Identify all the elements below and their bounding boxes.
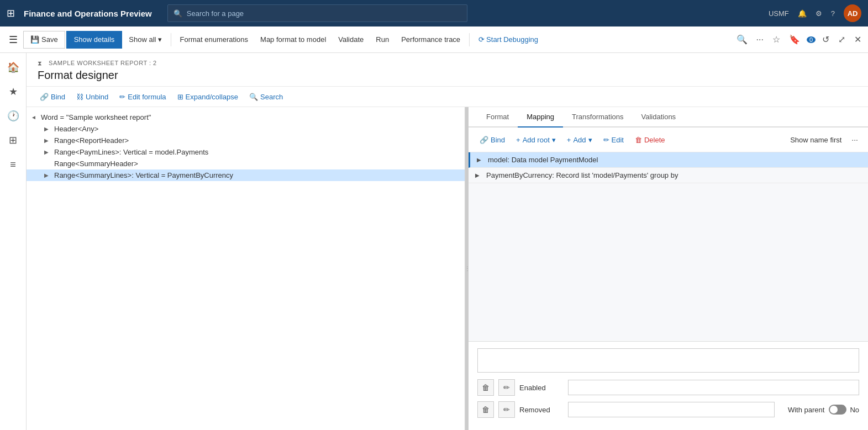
top-nav-bar: ⊞ Finance and Operations Preview 🔍 Searc… [0, 0, 868, 26]
expand-icon: ▶ [475, 172, 483, 178]
content-area: ⧗ SAMPLE WORKSHEET REPORT : 2 Format des… [27, 53, 868, 430]
expand-icon[interactable]: ⤢ [836, 32, 848, 47]
enabled-edit-button[interactable]: ✏ [498, 379, 515, 396]
link-icon: 🔗 [480, 136, 488, 144]
expand-icon: ⊞ [177, 93, 183, 101]
tab-bar: Format Mapping Transformations Validatio… [469, 107, 868, 128]
expand-icon: ▶ [44, 172, 52, 178]
global-search-bar[interactable]: 🔍 Search for a page [167, 4, 467, 22]
tab-transformations[interactable]: Transformations [563, 107, 632, 128]
performance-trace-button[interactable]: Performance trace [396, 31, 466, 49]
search-icon: 🔍 [249, 93, 258, 101]
search-button[interactable]: 🔍 Search [245, 89, 287, 104]
show-details-button[interactable]: Show details [66, 31, 123, 49]
enabled-field-row: 🗑 ✏ Enabled [477, 379, 859, 396]
removed-delete-button[interactable]: 🗑 [477, 401, 494, 418]
main-content: 🏠 ★ 🕐 ⊞ ≡ ⧗ SAMPLE WORKSHEET REPORT : 2 … [0, 53, 868, 430]
tree-item-header[interactable]: ▶ Header<Any> [27, 123, 465, 135]
toggle-circle[interactable] [829, 405, 846, 415]
app-grid-icon[interactable]: ⊞ [7, 7, 15, 19]
action-bar-right-icons: 🔍 ··· ☆ 🔖 0 ↺ ⤢ ✕ [734, 32, 864, 47]
bottom-panel: 🗑 ✏ Enabled 🗑 ✏ Removed With parent [469, 341, 868, 430]
model-row-payment-by-currency[interactable]: ▶ PaymentByCurrency: Record list 'model/… [469, 168, 868, 183]
add-icon: + [516, 136, 520, 144]
format-enumerations-button[interactable]: Format enumerations [175, 31, 254, 49]
app-title: Finance and Operations Preview [24, 9, 152, 18]
favorites-icon[interactable]: ☆ [770, 32, 782, 47]
sidebar-item-list[interactable]: ≡ [3, 155, 23, 174]
validate-button[interactable]: Validate [333, 31, 369, 49]
sidebar-item-favorites[interactable]: ★ [3, 82, 23, 102]
debug-icon: ⟳ [478, 35, 485, 44]
nav-right-section: USMF 🔔 ⚙ ? AD [769, 4, 861, 22]
chevron-down-icon: ▾ [158, 35, 162, 44]
with-parent-toggle[interactable]: No [829, 405, 859, 415]
model-row-payment-model[interactable]: ▶ model: Data model PaymentModel [469, 152, 868, 168]
filter-icon[interactable]: ⧗ [38, 60, 43, 66]
notifications-icon[interactable]: 🔖 [787, 32, 802, 47]
run-button[interactable]: Run [370, 31, 394, 49]
sidebar-item-recent[interactable]: 🕐 [3, 106, 23, 126]
mapping-pane: Format Mapping Transformations Validatio… [469, 107, 868, 430]
tab-format[interactable]: Format [477, 107, 518, 128]
action-divider-2 [469, 33, 470, 46]
add-button[interactable]: + Add ▾ [562, 132, 597, 147]
menu-hamburger-icon[interactable]: ☰ [4, 31, 22, 48]
user-avatar[interactable]: AD [844, 4, 861, 22]
mapping-toolbar: 🔗 Bind + Add root ▾ + Add ▾ ✏ [469, 128, 868, 152]
edit-button[interactable]: ✏ Edit [599, 132, 628, 147]
expand-icon: ▶ [477, 157, 485, 163]
help-icon[interactable]: ? [831, 9, 835, 18]
trash-icon: 🗑 [635, 136, 642, 144]
enabled-delete-button[interactable]: 🗑 [477, 379, 494, 396]
start-debugging-button[interactable]: ⟳ Start Debugging [473, 31, 544, 49]
mapping-bind-button[interactable]: 🔗 Bind [475, 132, 509, 147]
chevron-down-icon: ▾ [552, 136, 556, 144]
removed-edit-button[interactable]: ✏ [498, 401, 515, 418]
expand-collapse-button[interactable]: ⊞ Expand/collapse [173, 89, 243, 104]
unbind-button[interactable]: ⛓ Unbind [72, 89, 113, 104]
expand-icon: ▶ [44, 137, 52, 144]
show-all-button[interactable]: Show all ▾ [123, 31, 167, 49]
toggle-label: No [850, 406, 859, 414]
removed-input[interactable] [568, 402, 775, 417]
more-options-button[interactable]: ··· [848, 133, 861, 146]
settings-icon[interactable]: ⚙ [816, 9, 822, 18]
edit-formula-button[interactable]: ✏ Edit formula [115, 89, 170, 104]
format-toolbar: 🔗 Bind ⛓ Unbind ✏ Edit formula ⊞ Expand/… [27, 87, 868, 107]
more-options-icon[interactable]: ··· [754, 33, 766, 47]
save-disk-icon: 💾 [30, 35, 39, 44]
model-tree: ▶ model: Data model PaymentModel ▶ Payme… [469, 152, 868, 341]
close-icon[interactable]: ✕ [852, 32, 864, 47]
left-sidebar: 🏠 ★ 🕐 ⊞ ≡ [0, 53, 27, 430]
enabled-label: Enabled [519, 384, 564, 392]
tree-item-summary-header[interactable]: Range<SummaryHeader> [27, 158, 465, 169]
collapse-icon: ◄ [31, 114, 39, 120]
show-name-first-button[interactable]: Show name first [786, 132, 846, 147]
add-root-button[interactable]: + Add root ▾ [512, 132, 560, 147]
search-placeholder: Search for a page [187, 9, 244, 18]
sidebar-item-grid[interactable]: ⊞ [3, 130, 23, 150]
expand-icon: ▶ [44, 149, 52, 155]
tree-item-summary-lines[interactable]: ▶ Range<SummaryLines>: Vertical = Paymen… [27, 169, 465, 181]
enabled-input[interactable] [568, 380, 859, 395]
link-icon: 🔗 [40, 93, 49, 101]
add-icon: + [567, 136, 571, 144]
notification-icon[interactable]: 🔔 [798, 9, 807, 18]
tab-validations[interactable]: Validations [632, 107, 685, 128]
delete-button[interactable]: 🗑 Delete [630, 132, 670, 147]
tree-item-word[interactable]: ◄ Word = "Sample worksheet report" [27, 112, 465, 123]
breadcrumb: ⧗ SAMPLE WORKSHEET REPORT : 2 [38, 60, 857, 67]
map-format-to-model-button[interactable]: Map format to model [255, 31, 332, 49]
search-action-icon[interactable]: 🔍 [734, 32, 750, 47]
sidebar-item-home[interactable]: 🏠 [3, 57, 23, 77]
refresh-icon[interactable]: ↺ [820, 32, 832, 47]
formula-input-box[interactable] [477, 348, 859, 373]
bind-button[interactable]: 🔗 Bind [35, 89, 70, 104]
search-icon: 🔍 [173, 9, 182, 18]
edit-icon: ✏ [603, 136, 609, 144]
tree-item-paym-lines[interactable]: ▶ Range<PaymLines>: Vertical = model.Pay… [27, 146, 465, 158]
save-button[interactable]: 💾 Save [23, 31, 65, 49]
tab-mapping[interactable]: Mapping [518, 107, 563, 128]
tree-item-report-header[interactable]: ▶ Range<ReportHeader> [27, 135, 465, 146]
